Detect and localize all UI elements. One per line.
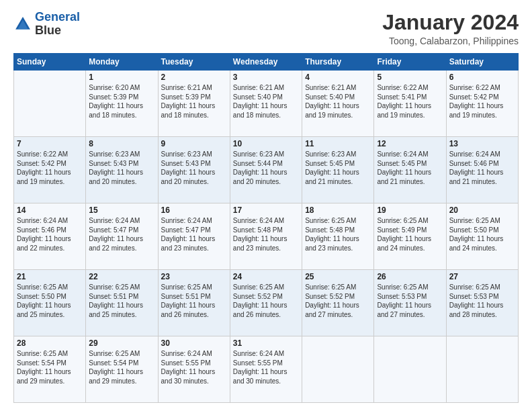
main-title: January 2024 (382, 11, 519, 34)
day-info: Sunrise: 6:25 AMSunset: 5:53 PMDaylight:… (449, 283, 515, 319)
day-info: Sunrise: 6:25 AMSunset: 5:52 PMDaylight:… (233, 283, 299, 319)
day-cell: 1Sunrise: 6:20 AMSunset: 5:39 PMDaylight… (86, 71, 158, 137)
day-info: Sunrise: 6:24 AMSunset: 5:48 PMDaylight:… (233, 216, 299, 253)
day-cell: 18Sunrise: 6:25 AMSunset: 5:48 PMDayligh… (302, 203, 374, 270)
day-info: Sunrise: 6:24 AMSunset: 5:47 PMDaylight:… (161, 216, 227, 253)
header-day-wednesday: Wednesday (230, 54, 302, 71)
day-cell: 8Sunrise: 6:23 AMSunset: 5:43 PMDaylight… (86, 137, 158, 203)
day-cell: 6Sunrise: 6:22 AMSunset: 5:42 PMDaylight… (446, 71, 518, 137)
day-cell (446, 336, 518, 403)
day-cell: 25Sunrise: 6:25 AMSunset: 5:52 PMDayligh… (302, 270, 374, 336)
day-number: 16 (161, 205, 227, 215)
day-cell: 24Sunrise: 6:25 AMSunset: 5:52 PMDayligh… (230, 270, 302, 336)
day-info: Sunrise: 6:25 AMSunset: 5:49 PMDaylight:… (377, 216, 443, 253)
week-row-3: 14Sunrise: 6:24 AMSunset: 5:46 PMDayligh… (14, 203, 519, 270)
day-cell: 14Sunrise: 6:24 AMSunset: 5:46 PMDayligh… (14, 203, 86, 270)
day-number: 10 (233, 139, 299, 148)
day-number: 17 (233, 205, 299, 215)
day-cell: 17Sunrise: 6:24 AMSunset: 5:48 PMDayligh… (230, 203, 302, 270)
day-cell: 19Sunrise: 6:25 AMSunset: 5:49 PMDayligh… (374, 203, 446, 270)
day-cell: 28Sunrise: 6:25 AMSunset: 5:54 PMDayligh… (14, 336, 86, 403)
day-cell: 21Sunrise: 6:25 AMSunset: 5:50 PMDayligh… (14, 270, 86, 336)
week-row-4: 21Sunrise: 6:25 AMSunset: 5:50 PMDayligh… (14, 270, 519, 336)
day-cell: 7Sunrise: 6:22 AMSunset: 5:42 PMDaylight… (14, 137, 86, 203)
day-cell: 29Sunrise: 6:25 AMSunset: 5:54 PMDayligh… (86, 336, 158, 403)
day-cell: 15Sunrise: 6:24 AMSunset: 5:47 PMDayligh… (86, 203, 158, 270)
day-info: Sunrise: 6:22 AMSunset: 5:42 PMDaylight:… (17, 150, 83, 186)
logo-icon (13, 15, 32, 34)
header-day-monday: Monday (86, 54, 158, 71)
day-info: Sunrise: 6:20 AMSunset: 5:39 PMDaylight:… (89, 83, 154, 120)
logo: General Blue (13, 11, 80, 38)
week-row-2: 7Sunrise: 6:22 AMSunset: 5:42 PMDaylight… (14, 137, 519, 203)
day-info: Sunrise: 6:25 AMSunset: 5:53 PMDaylight:… (377, 283, 443, 319)
day-cell: 20Sunrise: 6:25 AMSunset: 5:50 PMDayligh… (446, 203, 518, 270)
day-info: Sunrise: 6:22 AMSunset: 5:41 PMDaylight:… (377, 83, 443, 120)
day-info: Sunrise: 6:25 AMSunset: 5:51 PMDaylight:… (89, 283, 154, 319)
day-number: 26 (377, 272, 443, 281)
day-cell: 2Sunrise: 6:21 AMSunset: 5:39 PMDaylight… (158, 71, 230, 137)
calendar-body: 1Sunrise: 6:20 AMSunset: 5:39 PMDaylight… (14, 71, 519, 403)
day-number: 14 (17, 205, 83, 215)
day-info: Sunrise: 6:23 AMSunset: 5:45 PMDaylight:… (305, 150, 371, 186)
day-info: Sunrise: 6:24 AMSunset: 5:55 PMDaylight:… (161, 349, 227, 385)
day-cell: 4Sunrise: 6:21 AMSunset: 5:40 PMDaylight… (302, 71, 374, 137)
day-number: 20 (449, 205, 515, 215)
day-number: 27 (449, 272, 515, 281)
day-number: 11 (305, 139, 371, 148)
day-cell (302, 336, 374, 403)
day-number: 31 (233, 338, 299, 348)
day-number: 4 (305, 73, 371, 82)
day-info: Sunrise: 6:24 AMSunset: 5:45 PMDaylight:… (377, 150, 443, 186)
day-number: 8 (89, 139, 154, 148)
header-day-friday: Friday (374, 54, 446, 71)
day-info: Sunrise: 6:23 AMSunset: 5:43 PMDaylight:… (89, 150, 154, 186)
day-number: 5 (377, 73, 443, 82)
day-cell: 30Sunrise: 6:24 AMSunset: 5:55 PMDayligh… (158, 336, 230, 403)
day-info: Sunrise: 6:24 AMSunset: 5:55 PMDaylight:… (233, 349, 299, 385)
day-number: 24 (233, 272, 299, 281)
day-number: 13 (449, 139, 515, 148)
week-row-5: 28Sunrise: 6:25 AMSunset: 5:54 PMDayligh… (14, 336, 519, 403)
week-row-1: 1Sunrise: 6:20 AMSunset: 5:39 PMDaylight… (14, 71, 519, 137)
day-info: Sunrise: 6:25 AMSunset: 5:54 PMDaylight:… (17, 349, 83, 385)
day-info: Sunrise: 6:25 AMSunset: 5:51 PMDaylight:… (161, 283, 227, 319)
day-cell: 26Sunrise: 6:25 AMSunset: 5:53 PMDayligh… (374, 270, 446, 336)
day-info: Sunrise: 6:24 AMSunset: 5:46 PMDaylight:… (449, 150, 515, 186)
day-cell: 5Sunrise: 6:22 AMSunset: 5:41 PMDaylight… (374, 71, 446, 137)
day-info: Sunrise: 6:24 AMSunset: 5:47 PMDaylight:… (89, 216, 154, 253)
day-number: 25 (305, 272, 371, 281)
day-cell: 27Sunrise: 6:25 AMSunset: 5:53 PMDayligh… (446, 270, 518, 336)
day-info: Sunrise: 6:23 AMSunset: 5:43 PMDaylight:… (161, 150, 227, 186)
day-info: Sunrise: 6:25 AMSunset: 5:48 PMDaylight:… (305, 216, 371, 253)
day-number: 1 (89, 73, 154, 82)
day-info: Sunrise: 6:21 AMSunset: 5:40 PMDaylight:… (305, 83, 371, 120)
header: General Blue January 2024 Toong, Calabar… (13, 11, 519, 46)
day-number: 2 (161, 73, 227, 82)
header-day-sunday: Sunday (14, 54, 86, 71)
day-cell (14, 71, 86, 137)
day-number: 18 (305, 205, 371, 215)
day-cell: 22Sunrise: 6:25 AMSunset: 5:51 PMDayligh… (86, 270, 158, 336)
day-number: 3 (233, 73, 299, 82)
header-day-thursday: Thursday (302, 54, 374, 71)
day-info: Sunrise: 6:24 AMSunset: 5:46 PMDaylight:… (17, 216, 83, 253)
day-cell: 11Sunrise: 6:23 AMSunset: 5:45 PMDayligh… (302, 137, 374, 203)
logo-line1: General (35, 10, 80, 24)
day-number: 21 (17, 272, 83, 281)
day-number: 23 (161, 272, 227, 281)
calendar-header: SundayMondayTuesdayWednesdayThursdayFrid… (14, 54, 519, 71)
day-number: 6 (449, 73, 515, 82)
day-number: 9 (161, 139, 227, 148)
day-number: 7 (17, 139, 83, 148)
day-info: Sunrise: 6:21 AMSunset: 5:39 PMDaylight:… (161, 83, 227, 120)
day-info: Sunrise: 6:25 AMSunset: 5:50 PMDaylight:… (449, 216, 515, 253)
day-info: Sunrise: 6:25 AMSunset: 5:54 PMDaylight:… (89, 349, 154, 385)
page: General Blue January 2024 Toong, Calabar… (0, 0, 532, 411)
day-cell: 10Sunrise: 6:23 AMSunset: 5:44 PMDayligh… (230, 137, 302, 203)
header-day-tuesday: Tuesday (158, 54, 230, 71)
day-info: Sunrise: 6:23 AMSunset: 5:44 PMDaylight:… (233, 150, 299, 186)
day-number: 29 (89, 338, 154, 348)
header-row: SundayMondayTuesdayWednesdayThursdayFrid… (14, 54, 519, 71)
day-info: Sunrise: 6:22 AMSunset: 5:42 PMDaylight:… (449, 83, 515, 120)
